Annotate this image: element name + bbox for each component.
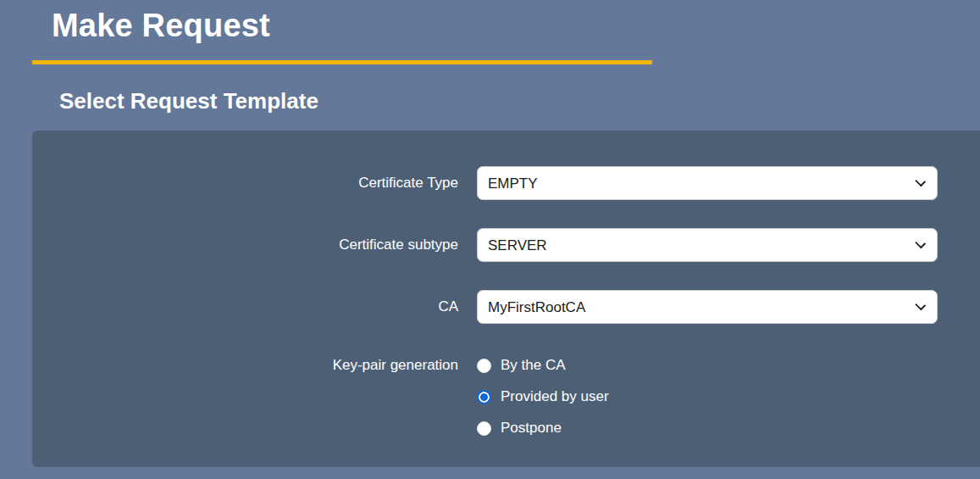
page-title: Make Request [52,8,270,44]
ca-select[interactable]: MyFirstRootCA [477,290,938,324]
certificate-type-row: Certificate Type EMPTY [32,166,980,200]
radio-provided-by-user[interactable] [477,390,491,404]
radio-option-by-the-ca[interactable]: By the CA [477,355,609,376]
radio-label-postpone: Postpone [501,420,562,437]
keypair-generation-label: Key-pair generation [32,352,458,376]
radio-by-the-ca[interactable] [477,359,491,373]
ca-label: CA [32,298,458,315]
certificate-subtype-select-wrap: SERVER [477,228,938,262]
keypair-generation-group: By the CA Provided by user Postpone [477,352,609,449]
accent-divider [32,60,652,64]
certificate-type-select[interactable]: EMPTY [477,166,938,200]
ca-row: CA MyFirstRootCA [32,290,980,324]
certificate-subtype-row: Certificate subtype SERVER [32,228,980,262]
radio-label-by-the-ca: By the CA [501,357,566,374]
certificate-subtype-select[interactable]: SERVER [477,228,938,262]
ca-select-wrap: MyFirstRootCA [477,290,938,324]
radio-label-provided-by-user: Provided by user [501,388,609,405]
keypair-generation-row: Key-pair generation By the CA Provided b… [32,352,980,449]
request-template-panel: Certificate Type EMPTY Certificate subty… [32,131,980,467]
section-title: Select Request Template [59,88,318,114]
certificate-type-select-wrap: EMPTY [477,166,938,200]
radio-option-provided-by-user[interactable]: Provided by user [477,387,609,407]
radio-option-postpone[interactable]: Postpone [477,418,609,438]
certificate-type-label: Certificate Type [32,175,458,192]
certificate-subtype-label: Certificate subtype [32,237,458,253]
radio-postpone[interactable] [477,421,491,436]
